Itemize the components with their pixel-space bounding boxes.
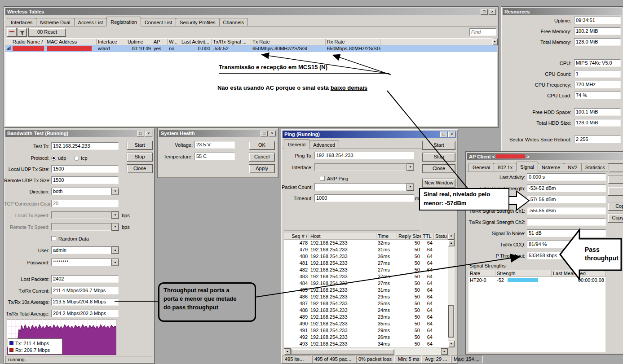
column-header[interactable]: Radio Name / [11, 39, 45, 45]
close-button[interactable]: × [269, 131, 276, 136]
side-button[interactable]: Copy t... [608, 214, 623, 223]
horizontal-scrollbar-thumb[interactable] [291, 349, 394, 355]
ping-row[interactable]: 489 192.168.254.233 23ms 50 64 [284, 314, 448, 320]
scroll-left-button[interactable]: ◄ [284, 348, 291, 355]
ping-row[interactable]: 481 192.168.254.233 27ms 50 64 [284, 260, 448, 267]
local-udp-input[interactable]: 1500 [51, 165, 119, 173]
stop-button[interactable]: Stop [127, 153, 153, 162]
radio-tcp[interactable] [74, 156, 79, 161]
ping-row[interactable]: 478 192.168.254.233 32ms 50 64 [284, 240, 448, 246]
column-strength[interactable]: Strength [495, 270, 552, 277]
tab-general[interactable]: General [284, 139, 309, 149]
column-header[interactable]: Reply Size [397, 233, 421, 240]
local-tx-speed-input[interactable] [51, 211, 111, 219]
ping-row[interactable]: 485 192.168.254.233 31ms 50 64 [284, 287, 448, 294]
ping-row[interactable]: 487 192.168.254.233 25ms 50 64 [284, 300, 448, 307]
close-button[interactable]: × [145, 131, 152, 136]
remote-tx-speed-input[interactable] [51, 223, 111, 231]
column-header[interactable]: Uptime [126, 39, 152, 45]
ping-row[interactable]: 492 192.168.254.233 26ms 50 64 [284, 334, 448, 341]
wireless-tables-titlebar[interactable]: Wireless Tables □ × [5, 8, 497, 15]
side-button[interactable] [608, 175, 623, 184]
tab-general[interactable]: General [468, 163, 494, 171]
icon-column-header[interactable] [5, 39, 11, 45]
user-input[interactable]: admin [51, 246, 111, 254]
password-input[interactable]: ******** [51, 259, 111, 266]
column-header[interactable]: Last Activit... [180, 39, 212, 45]
column-last-measured[interactable]: Last Measured [552, 270, 605, 277]
apply-button[interactable]: Apply [249, 164, 275, 173]
ping-row[interactable]: 483 192.168.254.233 37ms 50 64 [284, 273, 448, 280]
maximize-button[interactable]: □ [481, 9, 488, 15]
tab-interfaces[interactable]: Interfaces [7, 18, 36, 26]
ping-to-input[interactable]: 192.168.254.233 [314, 152, 414, 159]
password-expand-button[interactable]: ▲ [111, 259, 119, 266]
scroll-up-button[interactable]: ▲ [448, 240, 455, 246]
maximize-button[interactable]: □ [137, 131, 144, 136]
start-button[interactable]: Start [127, 141, 153, 150]
column-header[interactable]: Host [309, 233, 376, 240]
side-button[interactable] [608, 187, 623, 196]
side-button[interactable]: Copy [608, 202, 623, 211]
signal-strength-row[interactable]: HT20-0 -52 00:00:00.08 [468, 277, 605, 284]
direction-select[interactable]: both [51, 188, 111, 195]
arp-ping-checkbox[interactable] [320, 176, 325, 181]
new-window-button[interactable]: New Window [422, 179, 455, 188]
interface-dropdown-button[interactable]: ▼ [406, 163, 414, 171]
tab-access-list[interactable]: Access List [74, 18, 107, 26]
column-rate[interactable]: Rate [468, 270, 495, 277]
scroll-down-button[interactable]: ▼ [448, 341, 455, 347]
tab-nstreme[interactable]: Nstreme [538, 163, 565, 171]
resources-titlebar[interactable]: Resources [503, 8, 622, 15]
test-to-input[interactable]: 192.168.254.233 [51, 142, 119, 150]
side-button[interactable] [608, 163, 623, 172]
ping-row[interactable]: 486 192.168.254.233 29ms 50 64 [284, 294, 448, 300]
column-header[interactable]: W... [168, 39, 180, 45]
tab-signal[interactable]: Signal [516, 162, 538, 171]
ping-row[interactable]: 488 192.168.254.233 24ms 50 64 [284, 307, 448, 314]
ap-client-titlebar[interactable]: AP Client <> [467, 153, 623, 160]
system-health-titlebar[interactable]: System Health □ × [159, 130, 277, 137]
user-expand-button[interactable]: ▲ [111, 246, 119, 254]
vertical-scrollbar-thumb[interactable] [448, 305, 454, 338]
column-header[interactable]: Tx/Rx Signal ... [212, 39, 251, 45]
ping-row[interactable]: 490 192.168.254.233 35ms 50 64 [284, 320, 448, 327]
packet-count-input[interactable] [314, 183, 406, 191]
filter-button[interactable] [17, 28, 27, 37]
cancel-button[interactable]: Cancel [249, 153, 275, 162]
column-header[interactable]: Tx Rate [251, 39, 326, 45]
tab-connect-list[interactable]: Connect List [141, 18, 176, 26]
remove-button[interactable] [7, 28, 17, 37]
column-header[interactable]: Status [434, 233, 448, 240]
packet-count-dropdown[interactable]: ▼ [406, 183, 414, 191]
maximize-button[interactable]: □ [440, 132, 447, 137]
column-header[interactable]: MAC Address [45, 39, 97, 45]
ok-button[interactable]: OK [249, 141, 275, 150]
tab-nstreme-dual[interactable]: Nstreme Dual [36, 18, 74, 26]
interface-select[interactable] [314, 163, 406, 171]
column-header[interactable]: TTL [421, 233, 434, 240]
bandwidth-test-titlebar[interactable]: Bandwidth Test (Running) □ × [5, 130, 153, 137]
remote-udp-input[interactable]: 1500 [51, 176, 119, 184]
close-button[interactable]: Close [127, 164, 153, 173]
direction-dropdown-button[interactable]: ▼ [111, 188, 119, 195]
ping-row[interactable]: 491 192.168.254.233 29ms 50 64 [284, 327, 448, 334]
remote-tx-speed-dropdown[interactable]: ▼ [111, 223, 119, 231]
tab-advanced[interactable]: Advanced [309, 140, 339, 149]
tcp-conn-input[interactable]: 20 [51, 200, 119, 207]
random-data-checkbox[interactable] [51, 236, 56, 241]
column-header[interactable]: AP [152, 39, 168, 45]
maximize-button[interactable]: □ [261, 131, 268, 136]
tab-channels[interactable]: Channels [219, 18, 248, 26]
ping-row[interactable]: 493 192.168.254.233 34ms 50 64 [284, 341, 448, 347]
close-button[interactable]: × [448, 132, 455, 137]
ping-row[interactable]: 480 192.168.254.233 36ms 50 64 [284, 253, 448, 260]
local-tx-speed-dropdown[interactable]: ▼ [111, 211, 119, 219]
tab-nv2[interactable]: NV2 [564, 163, 581, 171]
column-header[interactable]: Rx Rate [326, 39, 380, 45]
column-header[interactable]: Interface [97, 39, 126, 45]
ping-row[interactable]: 482 192.168.254.233 27ms 50 64 [284, 267, 448, 273]
reset-button[interactable]: 00 Reset [28, 28, 66, 37]
registration-row[interactable]: wlan1 00:10:49 yes no 0.000 -53/-52 650M… [5, 45, 497, 52]
stop-button[interactable]: Stop [422, 153, 455, 162]
